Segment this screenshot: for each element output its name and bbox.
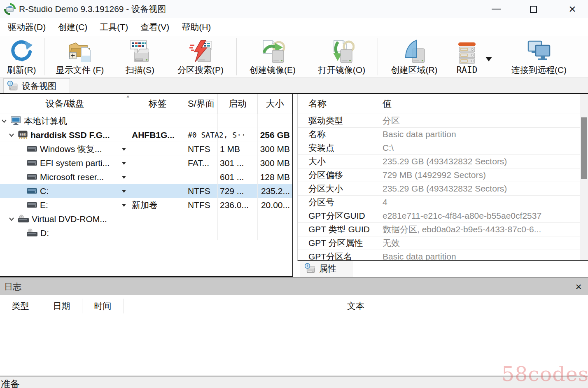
row-dropdown-arrow[interactable] [122, 148, 126, 151]
expand-chevron-icon[interactable] [9, 132, 15, 138]
column-header-name[interactable]: 名称 [298, 94, 379, 114]
property-row-partition-offset[interactable]: 分区偏移729 MB (1492992 Sectors) [298, 168, 588, 182]
column-header-label[interactable]: 标签 [130, 94, 185, 114]
raid-dropdown-arrow[interactable] [485, 57, 492, 61]
column-header-start[interactable]: 启动 [218, 94, 258, 114]
tree-row-harddisk-ssd[interactable]: SSD harddisk SSD F.G... AHFB1G... #0 SAT… [0, 128, 292, 142]
log-column-date[interactable]: 日期 [41, 299, 82, 313]
create-region-button[interactable]: 创建区域(R) [379, 36, 449, 77]
tab-device-view-label: 设备视图 [22, 80, 56, 92]
show-files-button[interactable]: 显示文件 (F) [46, 36, 114, 77]
close-icon: × [569, 3, 576, 15]
create-region-icon [402, 40, 426, 63]
scan-button[interactable]: 扫描(S) [114, 36, 166, 77]
menu-tools[interactable]: 工具(T) [93, 19, 134, 35]
toolbar-separator [44, 38, 44, 75]
expand-chevron-icon[interactable] [1, 118, 8, 124]
device-tree-panel: 设备/磁盘 标签 S/界面 启动 大小 ˄ 本地计算机 SSD [0, 94, 293, 277]
log-column-headers: 类型 日期 时间 文本 [0, 295, 588, 317]
menu-create[interactable]: 创建(C) [52, 19, 93, 35]
scrollbar-thumb[interactable] [581, 117, 587, 179]
log-column-text[interactable]: 文本 [124, 299, 588, 313]
window-title: R-Studio Demo 9.3.191269 - 设备视图 [19, 3, 166, 15]
status-text: 准备 [1, 378, 588, 388]
device-tree-header: 设备/磁盘 标签 S/界面 启动 大小 ˄ [0, 94, 292, 114]
property-row-drive-type[interactable]: 驱动类型分区 [298, 114, 588, 128]
panel-divider [0, 93, 588, 94]
partition-icon-selected [26, 188, 37, 194]
column-header-size[interactable]: 大小 [258, 94, 292, 114]
row-dropdown-arrow[interactable] [122, 204, 126, 207]
menu-help[interactable]: 帮助(H) [175, 19, 217, 35]
menu-view[interactable]: 查看(V) [134, 19, 175, 35]
svg-text:i: i [307, 264, 308, 268]
toolbar: 刷新(R) 显示文件 (F) 扫描(S) [0, 36, 588, 77]
property-row-name[interactable]: 名称Basic data partition [298, 128, 588, 141]
property-row-gpt-partition-guid[interactable]: GPT分区GUIDe281e711-e21c-4f84-a80e-b55ae0c… [298, 209, 588, 223]
property-row-gpt-type-guid[interactable]: GPT 类型 GUID数据分区, ebd0a0a2-b9e5-4433-87c0… [298, 223, 588, 236]
tree-row-virtual-dvdrom[interactable]: Virtual DVD-ROM... [0, 212, 292, 226]
tree-row-c-drive[interactable]: C: NTFS 729 ... 235.2... [0, 184, 292, 198]
tree-row-efi-system[interactable]: EFI system parti... FAT... 301 ... 300 M… [0, 156, 292, 170]
device-view-tab-icon: i [7, 80, 19, 92]
log-column-type[interactable]: 类型 [0, 299, 41, 313]
row-dropdown-arrow[interactable] [122, 190, 126, 193]
log-header: 日志 × [0, 278, 588, 295]
close-button[interactable]: × [562, 0, 583, 18]
computer-icon [10, 116, 21, 126]
raid-button[interactable]: RAID [449, 39, 485, 77]
log-close-icon[interactable]: × [573, 281, 584, 292]
refresh-button[interactable]: 刷新(R) [0, 36, 43, 77]
create-image-button[interactable]: 创建镜像(E) [238, 36, 307, 77]
create-image-icon [260, 40, 285, 63]
partition-icon [26, 146, 37, 152]
tree-row-local-computer[interactable]: 本地计算机 [0, 114, 292, 128]
partition-search-icon [189, 40, 212, 63]
title-bar: R-Studio Demo 9.3.191269 - 设备视图 × [0, 0, 588, 18]
row-dropdown-arrow[interactable] [122, 176, 126, 179]
dvd-drive-icon [26, 229, 38, 237]
maximize-icon [530, 6, 537, 13]
property-row-mount-point[interactable]: 安装点C:\ [298, 141, 588, 155]
row-dropdown-arrow[interactable] [122, 162, 126, 165]
property-row-gpt-attributes[interactable]: GPT 分区属性无效 [298, 236, 588, 250]
column-header-value[interactable]: 值 [379, 98, 588, 110]
tab-properties[interactable]: i 属性 [300, 261, 353, 276]
column-header-device[interactable]: 设备/磁盘 [0, 94, 130, 114]
connect-remote-icon [526, 40, 552, 63]
minimize-button[interactable] [486, 0, 506, 18]
connect-remote-button[interactable]: 连接到远程(C) [497, 36, 581, 77]
tab-properties-label: 属性 [319, 263, 336, 274]
partition-icon [26, 160, 37, 166]
tree-row-d-drive[interactable]: D: [0, 226, 292, 240]
toolbar-separator [378, 38, 378, 75]
property-row-partition-number[interactable]: 分区号4 [298, 196, 588, 209]
menu-drive[interactable]: 驱动器(D) [2, 19, 52, 35]
log-title: 日志 [4, 281, 21, 292]
svg-text:i: i [9, 81, 11, 86]
property-row-partition-size[interactable]: 分区大小235.29 GB (493432832 Sectors) [298, 182, 588, 196]
properties-scrollbar[interactable] [580, 94, 588, 260]
partition-search-button[interactable]: 分区搜索(P) [166, 36, 235, 77]
column-header-interface[interactable]: S/界面 [185, 94, 218, 114]
menu-bar: 驱动器(D) 创建(C) 工具(T) 查看(V) 帮助(H) [0, 18, 588, 36]
tree-row-e-drive[interactable]: E: 新加卷 NTFS 236.0... 20.00... [0, 198, 292, 212]
properties-panel: 名称 值 驱动类型分区 名称Basic data partition 安装点C:… [297, 94, 588, 261]
status-bar: 准备 [0, 376, 588, 388]
tree-row-microsoft-reserved[interactable]: Microsoft reser... 601 ... 128 MB [0, 170, 292, 184]
property-row-gpt-partition-name[interactable]: GPT分区名Basic data partition [298, 250, 588, 261]
svg-text:SSD: SSD [19, 133, 26, 136]
expand-chevron-icon[interactable] [9, 216, 15, 222]
open-image-icon [329, 40, 355, 63]
properties-header: 名称 值 [298, 94, 588, 114]
dvd-drive-icon [18, 215, 29, 223]
open-image-button[interactable]: 打开镜像(O) [307, 36, 376, 77]
log-column-time[interactable]: 时间 [82, 299, 124, 313]
maximize-button[interactable] [523, 0, 544, 18]
app-logo-icon [4, 3, 16, 15]
tree-row-windows-recovery[interactable]: Windows 恢复... NTFS 1 MB 300 MB [0, 142, 292, 156]
tab-device-view[interactable]: i 设备视图 [3, 78, 70, 93]
toolbar-separator [496, 38, 496, 75]
refresh-icon [10, 40, 33, 63]
property-row-size[interactable]: 大小235.29 GB (493432832 Sectors) [298, 155, 588, 168]
